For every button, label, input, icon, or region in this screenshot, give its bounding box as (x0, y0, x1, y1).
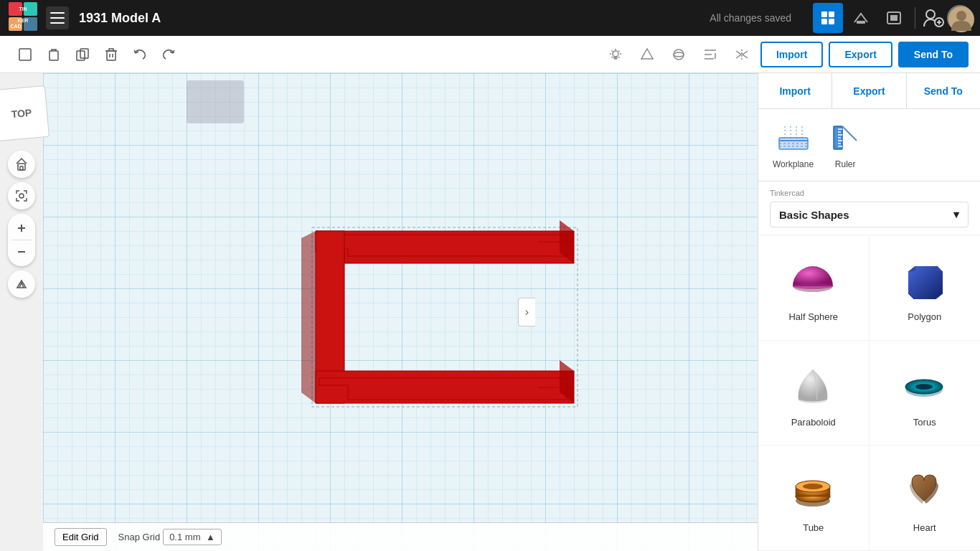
svg-point-43 (793, 283, 833, 289)
sidebar-send-to-button[interactable]: Send To (907, 73, 980, 108)
sidebar-action-buttons: Import Export Send To (758, 73, 980, 109)
build-view-button[interactable] (846, 3, 876, 33)
workplane-tool[interactable]: Workplane (773, 121, 814, 169)
undo-button[interactable] (126, 41, 154, 68)
svg-point-21 (956, 11, 966, 21)
svg-point-47 (915, 384, 933, 390)
tube-label: Tube (803, 522, 824, 533)
duplicate-button[interactable] (69, 41, 96, 68)
sidebar-tools: Workplane Ruler (758, 109, 980, 182)
polygon-label: Polygon (908, 311, 941, 322)
heart-label: Heart (913, 522, 936, 533)
add-user-button[interactable] (921, 6, 944, 29)
zoom-out-button[interactable] (8, 240, 35, 263)
snap-chevron-icon: ▲ (206, 532, 215, 542)
shape-item-paraboloid[interactable]: Paraboloid (758, 341, 870, 446)
shape-item-torus[interactable]: Torus (870, 341, 981, 446)
project-title: 1931 Model A (79, 11, 702, 26)
shape-tool-1[interactable] (634, 42, 660, 67)
export-button[interactable]: Export (829, 42, 892, 67)
delete-button[interactable] (98, 41, 125, 68)
svg-text:KER: KER (18, 18, 29, 23)
toolbar: Import Export Send To (0, 36, 980, 73)
light-button[interactable] (603, 42, 628, 67)
paraboloid-icon (788, 361, 839, 411)
nav-list-button[interactable] (46, 6, 69, 29)
svg-point-28 (674, 50, 684, 60)
shape-item-tube[interactable]: Tube (758, 446, 870, 551)
tube-icon (788, 466, 839, 517)
import-button[interactable]: Import (760, 42, 824, 67)
svg-point-29 (674, 52, 684, 57)
ruler-tool[interactable]: Ruler (828, 121, 862, 169)
select-all-button[interactable] (11, 41, 39, 68)
zoom-in-button[interactable] (8, 217, 35, 240)
canvas-area[interactable]: Edit Grid Snap Grid 0.1 mm ▲ › (43, 73, 758, 551)
nav-view-buttons (813, 3, 973, 33)
snap-grid-control: Snap Grid 0.1 mm ▲ (118, 529, 222, 545)
shape-item-heart[interactable]: Heart (870, 446, 981, 551)
torus-icon (900, 361, 950, 411)
sidebar-export-button[interactable]: Export (832, 73, 906, 108)
svg-rect-33 (20, 166, 23, 170)
library-header: Tinkercad (770, 189, 969, 197)
view-cube[interactable]: top (0, 85, 50, 141)
paste-button[interactable] (40, 41, 67, 68)
svg-rect-14 (829, 19, 834, 24)
model-3d[interactable] (294, 217, 581, 420)
fit-view-button[interactable] (8, 182, 35, 209)
edit-grid-button[interactable]: Edit Grid (55, 528, 107, 546)
sim-view-button[interactable] (879, 3, 909, 33)
library-name: Basic Shapes (779, 209, 849, 221)
workplane-icon (776, 121, 811, 155)
snap-value[interactable]: 0.1 mm ▲ (163, 529, 222, 545)
svg-point-27 (613, 51, 618, 57)
ruler-icon (828, 121, 862, 155)
shape-tool-2[interactable] (666, 42, 692, 67)
workplane-label: Workplane (773, 159, 814, 169)
home-camera-button[interactable] (8, 151, 35, 178)
user-avatar[interactable] (947, 5, 973, 31)
polygon-icon (900, 255, 950, 306)
svg-rect-26 (107, 51, 116, 60)
ruler-label: Ruler (835, 159, 856, 169)
sidebar-collapse-button[interactable]: › (518, 298, 535, 326)
svg-rect-22 (19, 49, 31, 60)
svg-rect-17 (890, 15, 897, 21)
chevron-right-icon: › (525, 306, 529, 319)
bracket-svg (294, 217, 581, 418)
save-status: All changes saved (710, 12, 791, 24)
snap-grid-label: Snap Grid (118, 532, 161, 542)
view-cube-label: top (11, 107, 32, 120)
send-to-button[interactable]: Send To (898, 42, 969, 67)
redo-button[interactable] (155, 41, 182, 68)
half-sphere-icon (788, 255, 839, 306)
shape-grid: Half Sphere (758, 235, 980, 551)
svg-text:TIN: TIN (19, 6, 27, 11)
svg-rect-9 (50, 17, 65, 19)
sidebar-import-button[interactable]: Import (758, 73, 832, 108)
svg-rect-11 (821, 11, 827, 17)
svg-point-18 (926, 10, 935, 19)
svg-rect-15 (857, 21, 865, 24)
grid-view-button[interactable] (813, 3, 843, 33)
right-sidebar: Import Export Send To Workplane (758, 73, 980, 551)
shape-item-polygon[interactable]: Polygon (870, 235, 981, 341)
perspective-button[interactable] (8, 270, 35, 298)
bottom-bar: Edit Grid Snap Grid 0.1 mm ▲ (43, 522, 758, 551)
torus-label: Torus (913, 417, 936, 428)
svg-rect-10 (50, 22, 65, 24)
heart-icon (900, 466, 950, 517)
nav-separator (915, 7, 915, 29)
align-tool[interactable] (697, 42, 723, 67)
mirror-tool[interactable] (729, 42, 755, 67)
zoom-controls (8, 214, 35, 266)
svg-rect-13 (821, 19, 827, 24)
library-dropdown[interactable]: Basic Shapes ▾ (770, 202, 969, 227)
tinkercad-logo[interactable]: TIN KER CAD (7, 1, 39, 35)
svg-point-53 (803, 484, 823, 489)
left-panel: top (0, 73, 43, 551)
shape-item-half-sphere[interactable]: Half Sphere (758, 235, 870, 341)
svg-rect-23 (50, 51, 58, 60)
toolbar-right: Import Export Send To (603, 42, 969, 67)
